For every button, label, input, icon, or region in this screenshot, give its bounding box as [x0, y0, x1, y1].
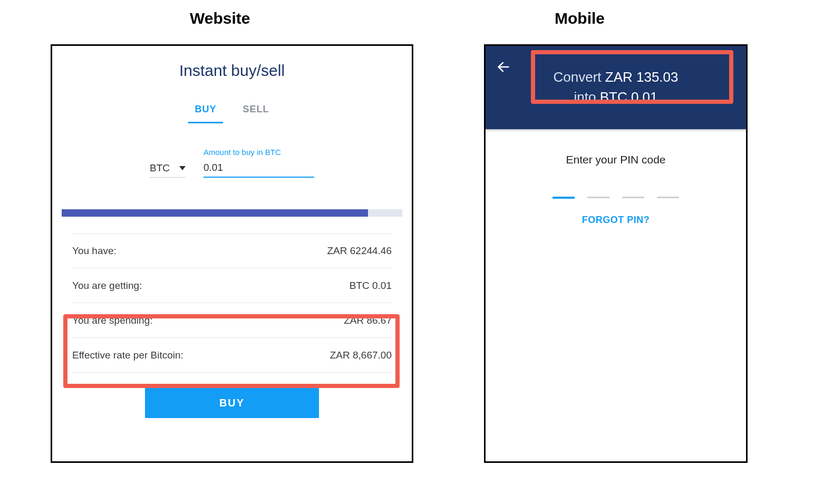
pin-slot-1	[553, 197, 575, 199]
progress-bar	[62, 209, 402, 217]
section-label-mobile: Mobile	[555, 9, 605, 27]
tab-buy[interactable]: BUY	[195, 104, 216, 122]
website-panel: Instant buy/sell BUY SELL BTC Amount to …	[51, 44, 413, 463]
spending-value: ZAR 86.67	[344, 315, 392, 326]
currency-select[interactable]: BTC	[150, 162, 186, 178]
getting-value: BTC 0.01	[350, 280, 392, 292]
forgot-pin-link[interactable]: FORGOT PIN?	[582, 215, 650, 226]
convert-summary: Convert ZAR 135.03 into BTC 0.01	[553, 67, 678, 107]
pin-prompt: Enter your PIN code	[486, 153, 746, 166]
back-arrow-icon[interactable]	[496, 60, 511, 74]
tab-sell[interactable]: SELL	[243, 104, 269, 122]
convert-amount-to: BTC 0.01	[600, 89, 658, 105]
row-rate: Effective rate per Bitcoin: ZAR 8,667.00	[72, 338, 392, 373]
pin-slot-4	[657, 197, 679, 198]
progress-fill	[62, 209, 368, 217]
mobile-panel: Convert ZAR 135.03 into BTC 0.01 Enter y…	[484, 44, 748, 463]
spending-label: You are spending:	[72, 315, 152, 326]
row-getting: You are getting: BTC 0.01	[72, 268, 392, 303]
convert-mid: into	[574, 89, 600, 105]
you-have-label: You have:	[72, 245, 117, 257]
buy-sell-tabs: BUY SELL	[52, 104, 412, 122]
chevron-down-icon	[179, 166, 186, 170]
amount-label: Amount to buy in BTC	[204, 148, 314, 157]
pin-slot-3	[622, 197, 644, 198]
you-have-value: ZAR 62244.46	[327, 245, 392, 257]
row-spending: You are spending: ZAR 86.67	[72, 303, 392, 338]
buy-button[interactable]: BUY	[145, 387, 319, 418]
row-you-have: You have: ZAR 62244.46	[72, 234, 392, 268]
amount-input[interactable]	[204, 161, 314, 178]
convert-prefix: Convert	[553, 69, 605, 85]
getting-label: You are getting:	[72, 280, 142, 292]
section-label-website: Website	[190, 9, 250, 27]
rate-label: Effective rate per Bitcoin:	[72, 350, 183, 361]
page-title: Instant buy/sell	[52, 62, 412, 80]
pin-input[interactable]	[486, 189, 746, 191]
mobile-header: Convert ZAR 135.03 into BTC 0.01	[486, 46, 746, 129]
currency-select-value: BTC	[150, 162, 170, 174]
convert-amount-from: ZAR 135.03	[605, 69, 679, 85]
rate-value: ZAR 8,667.00	[330, 350, 392, 361]
pin-slot-2	[587, 197, 609, 198]
